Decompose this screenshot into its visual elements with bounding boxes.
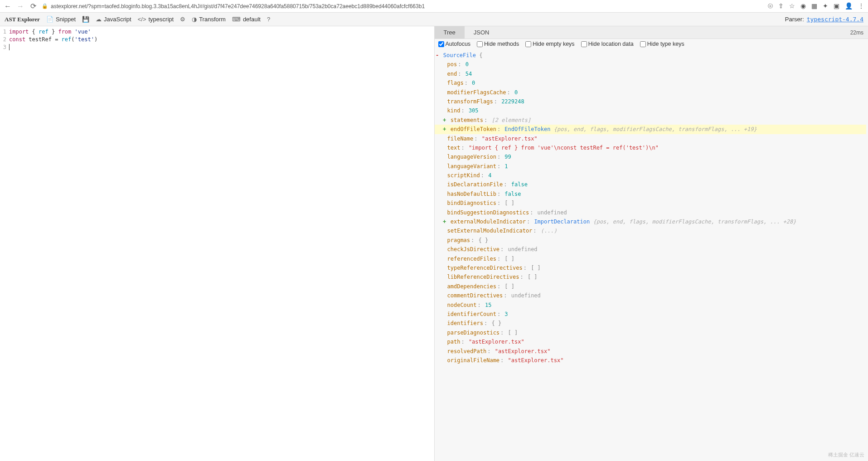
tree-property[interactable]: pragmas: { } (435, 236, 868, 245)
save-icon[interactable]: 💾 (82, 16, 89, 23)
line-number: 1 (0, 28, 9, 36)
parser-label: Parser: (785, 16, 804, 23)
keyboard-icon: ⌨ (232, 16, 241, 23)
code-editor[interactable]: 1import { ref } from 'vue'2const testRef… (0, 26, 434, 461)
tree-property[interactable]: fileName: "astExplorer.tsx" (435, 134, 868, 143)
ext2-icon[interactable]: ▦ (811, 2, 817, 10)
forward-button[interactable]: → (16, 2, 24, 10)
lock-icon: 🔒 (42, 3, 48, 9)
tree-property[interactable]: kind: 305 (435, 106, 868, 115)
parser-version-link[interactable]: typescript-4.7.4 (807, 16, 863, 23)
tree-property[interactable]: hasNoDefaultLib: false (435, 189, 868, 199)
default-menu[interactable]: ⌨default (232, 16, 261, 23)
main-split: 1import { ref } from 'vue'2const testRef… (0, 26, 868, 461)
watermark: 稀土掘金 亿速云 (828, 451, 864, 458)
opt-hide-type-keys[interactable]: Hide type keys (640, 41, 684, 47)
editor-line: 1import { ref } from 'vue' (0, 28, 434, 36)
tree-property[interactable]: + statements: [2 elements] (435, 116, 868, 125)
tree-property[interactable]: bindDiagnostics: [ ] (435, 199, 868, 208)
back-button[interactable]: ← (4, 2, 12, 10)
url-text: astexplorer.net/?spm=taofed.bloginfo.blo… (51, 3, 425, 10)
tree-property[interactable]: parseDiagnostics: [ ] (435, 328, 868, 337)
expand-icon[interactable]: + (442, 125, 447, 134)
node-type: SourceFile (443, 52, 476, 58)
code-text: const testRef = ref('test') (9, 36, 97, 44)
tree-options: Autofocus Hide methods Hide empty keys H… (435, 39, 868, 49)
tree-property[interactable]: scriptKind: 4 (435, 171, 868, 180)
tree-property[interactable]: resolvedPath: "astExplorer.tsx" (435, 347, 868, 356)
parser-menu[interactable]: </>typescript (138, 16, 174, 23)
tree-property[interactable]: libReferenceDirectives: [ ] (435, 272, 868, 281)
code-icon: </> (138, 16, 146, 23)
expand-icon[interactable]: + (442, 116, 447, 125)
extension-icons: ⦾ ⇪ ☆ ◉ ▦ ✦ ▣ 👤 ⋮ (768, 2, 864, 10)
parse-timing: 22ms (850, 29, 868, 36)
opt-hide-location[interactable]: Hide location data (581, 41, 634, 47)
share-icon[interactable]: ⇪ (778, 2, 784, 10)
tree-property[interactable]: amdDependencies: [ ] (435, 282, 868, 291)
ext1-icon[interactable]: ◉ (800, 2, 806, 10)
app-toolbar: AST Explorer 📄Snippet 💾 ☁JavaScript </>t… (0, 13, 868, 26)
tree-property[interactable]: referencedFiles: [ ] (435, 254, 868, 263)
cloud-icon: ☁ (96, 16, 102, 23)
tree-property[interactable]: checkJsDirective: undefined (435, 245, 868, 254)
opt-hide-methods[interactable]: Hide methods (477, 41, 519, 47)
code-text: import { ref } from 'vue' (9, 28, 91, 36)
transform-menu[interactable]: ◑Transform (192, 16, 226, 23)
tab-tree[interactable]: Tree (435, 26, 465, 39)
tree-root[interactable]: - SourceFile { (435, 51, 868, 60)
editor-line: 2const testRef = ref('test') (0, 36, 434, 44)
bookmark-icon[interactable]: ☆ (789, 2, 795, 10)
tree-property[interactable]: identifierCount: 3 (435, 310, 868, 319)
tree-property[interactable]: languageVariant: 1 (435, 162, 868, 171)
tree-property[interactable]: flags: 0 (435, 78, 868, 87)
collapse-icon[interactable]: - (435, 51, 440, 60)
expand-icon[interactable]: + (442, 217, 447, 226)
profile-icon[interactable]: 👤 (845, 2, 853, 10)
tree-property[interactable]: transformFlags: 2229248 (435, 97, 868, 106)
menu-icon[interactable]: ⋮ (858, 2, 864, 10)
opt-hide-empty-keys[interactable]: Hide empty keys (525, 41, 574, 47)
tree-property[interactable]: setExternalModuleIndicator: (...) (435, 226, 868, 235)
tree-property[interactable]: nodeCount: 15 (435, 301, 868, 310)
toggle-icon: ◑ (192, 16, 197, 23)
tree-property[interactable]: end: 54 (435, 69, 868, 78)
url-bar[interactable]: 🔒 astexplorer.net/?spm=taofed.bloginfo.b… (42, 3, 763, 10)
tab-json[interactable]: JSON (465, 26, 499, 39)
tree-property[interactable]: + externalModuleIndicator: ImportDeclara… (435, 217, 868, 226)
tree-property[interactable]: typeReferenceDirectives: [ ] (435, 263, 868, 272)
ast-tree[interactable]: - SourceFile {pos: 0end: 54flags: 0modif… (435, 49, 868, 461)
tree-property[interactable]: languageVersion: 99 (435, 152, 868, 161)
translate-icon[interactable]: ⦾ (768, 2, 773, 10)
gear-icon[interactable]: ⚙ (180, 16, 185, 23)
panel-icon[interactable]: ▣ (834, 2, 839, 10)
code-text (9, 44, 10, 51)
tree-property[interactable]: isDeclarationFile: false (435, 180, 868, 189)
language-menu[interactable]: ☁JavaScript (96, 16, 131, 23)
snippet-icon: 📄 (46, 16, 53, 23)
browser-chrome: ← → ⟳ 🔒 astexplorer.net/?spm=taofed.blog… (0, 0, 868, 13)
help-icon[interactable]: ? (267, 16, 270, 23)
opt-autofocus[interactable]: Autofocus (438, 41, 471, 47)
line-number: 3 (0, 44, 9, 51)
snippet-menu[interactable]: 📄Snippet (46, 16, 76, 23)
output-panel: Tree JSON 22ms Autofocus Hide methods Hi… (434, 26, 868, 461)
tree-property[interactable]: + endOfFileToken: EndOfFileToken {pos, e… (435, 125, 867, 134)
tree-property[interactable]: originalFileName: "astExplorer.tsx" (435, 356, 868, 365)
tree-property[interactable]: text: "import { ref } from 'vue'\nconst … (435, 143, 868, 152)
tree-property[interactable]: path: "astExplorer.tsx" (435, 337, 868, 346)
tree-property[interactable]: pos: 0 (435, 60, 868, 69)
line-number: 2 (0, 36, 9, 44)
tree-property[interactable]: commentDirectives: undefined (435, 291, 868, 300)
app-logo: AST Explorer (5, 16, 40, 23)
tree-property[interactable]: identifiers: { } (435, 319, 868, 328)
editor-line: 3 (0, 44, 434, 51)
extensions-icon[interactable]: ✦ (823, 2, 828, 10)
output-tabs: Tree JSON 22ms (435, 26, 868, 39)
tree-property[interactable]: modifierFlagsCache: 0 (435, 88, 868, 97)
reload-button[interactable]: ⟳ (29, 2, 37, 10)
tree-property[interactable]: bindSuggestionDiagnostics: undefined (435, 208, 868, 217)
